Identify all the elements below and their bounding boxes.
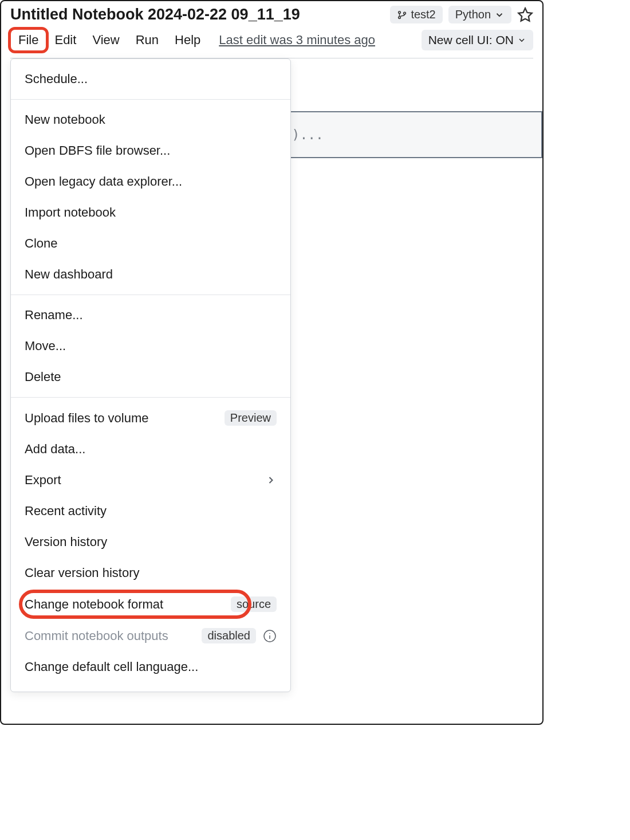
menu-import-notebook[interactable]: Import notebook bbox=[11, 197, 290, 228]
language-label: Python bbox=[455, 8, 491, 21]
source-badge: source bbox=[231, 596, 277, 612]
menu-schedule-label: Schedule... bbox=[25, 72, 277, 87]
menu-move[interactable]: Move... bbox=[11, 331, 290, 362]
menu-upload-files-label: Upload files to volume bbox=[25, 411, 219, 426]
menu-change-notebook-format[interactable]: Change notebook format source bbox=[11, 588, 290, 620]
menu-change-default-lang[interactable]: Change default cell language... bbox=[11, 651, 290, 682]
last-edit-link[interactable]: Last edit was 3 minutes ago bbox=[219, 33, 375, 48]
svg-point-6 bbox=[269, 633, 270, 634]
star-icon[interactable] bbox=[517, 7, 533, 23]
svg-point-1 bbox=[399, 16, 401, 18]
menu-file-label: File bbox=[18, 33, 38, 47]
info-icon bbox=[263, 629, 277, 643]
menu-change-default-lang-label: Change default cell language... bbox=[25, 660, 277, 674]
menu-export[interactable]: Export bbox=[11, 465, 290, 496]
menu-clone[interactable]: Clone bbox=[11, 228, 290, 259]
disabled-badge: disabled bbox=[202, 628, 256, 643]
git-branch-pill[interactable]: test2 bbox=[390, 6, 442, 23]
menu-add-data-label: Add data... bbox=[25, 442, 277, 457]
chevron-right-icon bbox=[265, 474, 277, 486]
menu-clear-version-history[interactable]: Clear version history bbox=[11, 558, 290, 588]
menu-new-dashboard[interactable]: New dashboard bbox=[11, 259, 290, 290]
chevron-down-icon bbox=[494, 10, 505, 20]
menu-clone-label: Clone bbox=[25, 236, 277, 251]
git-branch-icon bbox=[397, 10, 407, 20]
menu-new-dashboard-label: New dashboard bbox=[25, 267, 277, 282]
file-dropdown-menu: Schedule... New notebook Open DBFS file … bbox=[10, 58, 291, 692]
menu-view[interactable]: View bbox=[84, 29, 127, 51]
menu-clear-version-history-label: Clear version history bbox=[25, 566, 277, 580]
menu-recent-activity[interactable]: Recent activity bbox=[11, 496, 290, 527]
menu-delete[interactable]: Delete bbox=[11, 362, 290, 392]
menu-add-data[interactable]: Add data... bbox=[11, 434, 290, 465]
menu-delete-label: Delete bbox=[25, 370, 277, 384]
menu-import-notebook-label: Import notebook bbox=[25, 205, 277, 220]
menu-open-dbfs[interactable]: Open DBFS file browser... bbox=[11, 135, 290, 166]
svg-point-0 bbox=[399, 11, 401, 13]
menu-version-history[interactable]: Version history bbox=[11, 527, 290, 558]
menu-new-notebook[interactable]: New notebook bbox=[11, 104, 290, 135]
svg-marker-3 bbox=[518, 8, 531, 21]
preview-badge: Preview bbox=[225, 410, 277, 426]
menubar: File Edit View Run Help Last edit was 3 … bbox=[10, 29, 533, 58]
menu-commit-outputs-label: Commit notebook outputs bbox=[25, 629, 196, 643]
menu-open-legacy[interactable]: Open legacy data explorer... bbox=[11, 166, 290, 197]
notebook-title[interactable]: Untitled Notebook 2024-02-22 09_11_19 bbox=[10, 6, 300, 23]
menu-file[interactable]: File bbox=[10, 29, 46, 51]
menu-upload-files[interactable]: Upload files to volume Preview bbox=[11, 402, 290, 434]
menu-rename[interactable]: Rename... bbox=[11, 300, 290, 331]
menu-help[interactable]: Help bbox=[167, 29, 208, 51]
menu-edit[interactable]: Edit bbox=[46, 29, 84, 51]
menu-new-notebook-label: New notebook bbox=[25, 112, 277, 127]
svg-point-2 bbox=[404, 12, 406, 14]
menu-rename-label: Rename... bbox=[25, 308, 277, 323]
menu-export-label: Export bbox=[25, 473, 265, 488]
menu-open-dbfs-label: Open DBFS file browser... bbox=[25, 143, 277, 158]
menu-recent-activity-label: Recent activity bbox=[25, 504, 277, 519]
chevron-down-icon bbox=[517, 36, 526, 45]
menu-version-history-label: Version history bbox=[25, 535, 277, 549]
new-cell-ui-toggle[interactable]: New cell UI: ON bbox=[422, 30, 533, 50]
menu-open-legacy-label: Open legacy data explorer... bbox=[25, 174, 277, 189]
menu-commit-outputs[interactable]: Commit notebook outputs disabled bbox=[11, 620, 290, 651]
new-cell-ui-label: New cell UI: ON bbox=[428, 33, 514, 47]
git-branch-label: test2 bbox=[411, 8, 435, 21]
menu-move-label: Move... bbox=[25, 339, 277, 354]
menu-change-notebook-format-label: Change notebook format bbox=[25, 597, 225, 612]
menu-schedule[interactable]: Schedule... bbox=[11, 64, 290, 95]
menu-run[interactable]: Run bbox=[128, 29, 167, 51]
language-pill[interactable]: Python bbox=[448, 6, 511, 23]
